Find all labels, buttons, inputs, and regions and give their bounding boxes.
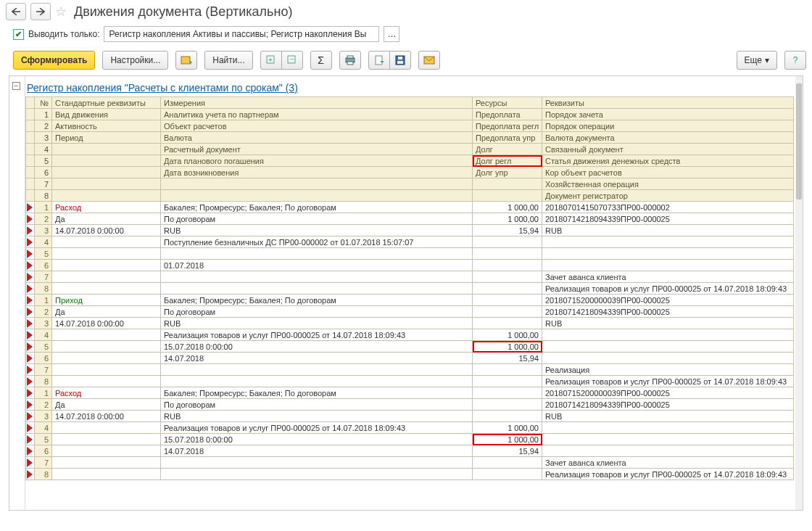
svg-rect-10 (398, 57, 402, 59)
back-button[interactable] (6, 3, 26, 20)
variants-button[interactable] (175, 51, 197, 70)
diskette-icon (395, 55, 405, 65)
expand-icon: + (266, 55, 276, 65)
save-diskette-button[interactable] (389, 51, 411, 70)
help-button[interactable]: ? (784, 51, 806, 70)
svg-text:−: − (290, 55, 294, 63)
svg-rect-11 (397, 61, 403, 64)
arrow-left-icon (12, 8, 20, 15)
svg-rect-0 (181, 57, 190, 64)
show-only-label: Выводить только: (28, 29, 99, 39)
section-title[interactable]: Регистр накопления "Расчеты с клиентами … (25, 81, 795, 96)
settings-button[interactable]: Настройки... (102, 51, 168, 70)
generate-button[interactable]: Сформировать (13, 51, 95, 70)
chevron-down-icon: ▾ (765, 55, 769, 65)
favorite-star-icon[interactable]: ☆ (55, 4, 67, 20)
show-only-picker[interactable]: … (384, 26, 399, 42)
more-button[interactable]: Еще ▾ (737, 51, 777, 70)
collapse-toggle[interactable]: − (12, 82, 20, 90)
show-only-value[interactable]: Регистр накопления Активы и пассивы; Рег… (104, 26, 379, 42)
variants-icon (181, 55, 192, 65)
outline-gutter: − (9, 76, 25, 510)
toolbar: Сформировать Настройки... Найти... + − Σ… (0, 48, 812, 75)
top-bar: ☆ Движения документа (Вертикально) (0, 0, 812, 23)
find-button[interactable]: Найти... (204, 51, 252, 70)
report-table: №Стандартные реквизитыИзмеренияРесурсыРе… (25, 96, 794, 480)
forward-button[interactable] (30, 3, 51, 20)
sigma-icon: Σ (318, 54, 324, 66)
sum-button[interactable]: Σ (310, 51, 332, 70)
svg-text:+: + (268, 56, 273, 64)
save-to-file-button[interactable] (368, 51, 390, 70)
scroll-thumb[interactable] (796, 83, 802, 199)
report-scroll[interactable]: Регистр накопления "Расчеты с клиентами … (25, 81, 795, 510)
svg-rect-7 (347, 62, 353, 65)
expand-group: + − (260, 51, 303, 70)
question-icon: ? (793, 55, 798, 65)
collapse-all-button[interactable]: − (281, 51, 303, 70)
show-only-checkbox[interactable]: ✔ (13, 29, 24, 40)
printer-icon (344, 55, 356, 65)
envelope-icon (423, 56, 435, 65)
svg-rect-6 (347, 56, 353, 58)
more-label: Еще (745, 55, 762, 65)
expand-all-button[interactable]: + (260, 51, 282, 70)
arrow-right-icon (36, 8, 45, 15)
filter-row: ✔ Выводить только: Регистр накопления Ак… (0, 23, 812, 48)
collapse-icon: − (287, 55, 297, 65)
save-group (368, 51, 411, 70)
page-title: Движения документа (Вертикально) (74, 4, 292, 20)
report-area: − Регистр накопления "Расчеты с клиентам… (9, 75, 803, 511)
page-save-icon (374, 55, 384, 65)
svg-rect-8 (376, 56, 382, 65)
print-button[interactable] (339, 51, 361, 70)
email-button[interactable] (418, 51, 440, 70)
vertical-scrollbar[interactable] (795, 76, 803, 510)
